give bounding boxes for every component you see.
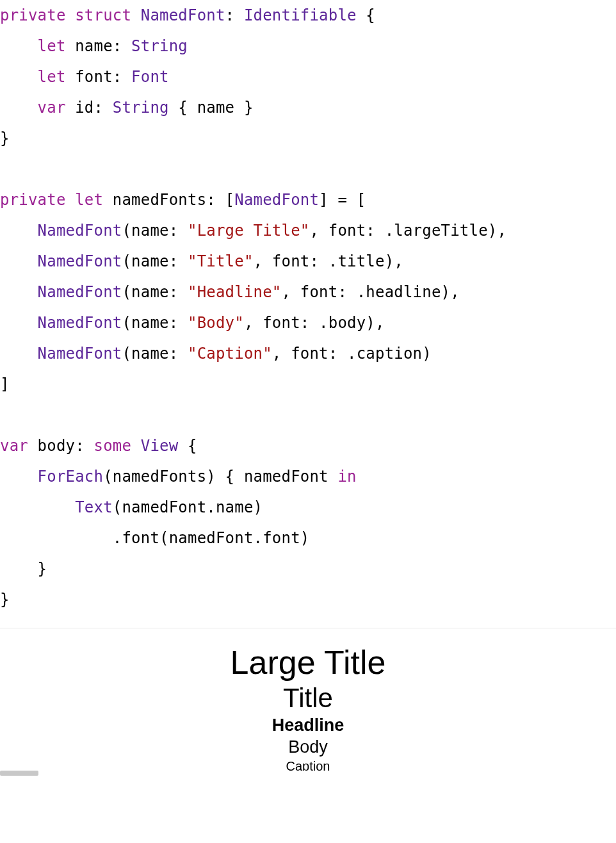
computed-body: { name } bbox=[169, 99, 254, 117]
modifier: .font(namedFont.font) bbox=[0, 529, 309, 547]
prop-name: name: bbox=[66, 37, 132, 55]
args: , font: .largeTitle), bbox=[309, 222, 507, 240]
args: , font: .caption) bbox=[272, 345, 432, 363]
args: , font: .title), bbox=[254, 252, 403, 270]
indent bbox=[0, 498, 75, 516]
paren: (name: bbox=[122, 345, 188, 363]
paren: (name: bbox=[122, 252, 188, 270]
indent bbox=[0, 252, 38, 270]
kw-let: let bbox=[75, 191, 103, 209]
kw-some: some bbox=[94, 437, 132, 455]
indent bbox=[0, 37, 38, 55]
type-namedfont: NamedFont bbox=[38, 252, 122, 270]
prop-id: id: bbox=[66, 99, 113, 117]
type-namedfont: NamedFont bbox=[38, 222, 122, 240]
indent bbox=[0, 222, 38, 240]
string-literal: "Large Title" bbox=[188, 222, 309, 240]
args: , font: .headline), bbox=[282, 283, 460, 301]
prop-font: font: bbox=[66, 68, 132, 86]
kw-let: let bbox=[38, 37, 66, 55]
kw-private: private bbox=[0, 6, 66, 24]
preview-headline: Headline bbox=[0, 714, 616, 737]
preview-large-title: Large Title bbox=[0, 644, 616, 682]
code-block: private struct NamedFont: Identifiable {… bbox=[0, 0, 616, 628]
paren: (name: bbox=[122, 222, 188, 240]
indent bbox=[0, 468, 38, 486]
preview-pane: Large Title Title Headline Body Caption bbox=[0, 628, 616, 774]
indent bbox=[0, 345, 38, 363]
args: (namedFonts) { namedFont bbox=[103, 468, 337, 486]
indent bbox=[0, 314, 38, 332]
var-namedfonts: namedFonts: [ bbox=[103, 191, 234, 209]
kw-in: in bbox=[337, 468, 356, 486]
type-namedfont: NamedFont bbox=[38, 283, 122, 301]
indent bbox=[0, 68, 38, 86]
kw-let: let bbox=[38, 68, 66, 86]
type-namedfont: NamedFont bbox=[38, 345, 122, 363]
type-string: String bbox=[131, 37, 188, 55]
type-namedfont: NamedFont bbox=[38, 314, 122, 332]
brace: { bbox=[178, 437, 197, 455]
horizontal-scrollbar[interactable] bbox=[0, 771, 616, 776]
array-open: ] = [ bbox=[319, 191, 366, 209]
string-literal: "Caption" bbox=[188, 345, 272, 363]
preview-body: Body bbox=[0, 737, 616, 758]
type-foreach: ForEach bbox=[38, 468, 104, 486]
brace: { bbox=[357, 6, 375, 24]
type-identifiable: Identifiable bbox=[244, 6, 357, 24]
close-brace: } bbox=[0, 591, 10, 609]
kw-private: private bbox=[0, 191, 66, 209]
close-brace: } bbox=[0, 560, 47, 578]
kw-struct: struct bbox=[75, 6, 131, 24]
type-text: Text bbox=[75, 498, 113, 516]
colon: : bbox=[225, 6, 235, 24]
paren: (name: bbox=[122, 314, 188, 332]
type-font: Font bbox=[131, 68, 169, 86]
array-close: ] bbox=[0, 375, 10, 393]
indent bbox=[0, 283, 38, 301]
type-string: String bbox=[113, 99, 169, 117]
type-namedfont: NamedFont bbox=[234, 191, 319, 209]
kw-var: var bbox=[0, 437, 28, 455]
string-literal: "Headline" bbox=[188, 283, 282, 301]
kw-var: var bbox=[38, 99, 66, 117]
type-view: View bbox=[141, 437, 179, 455]
type-namedfont: NamedFont bbox=[141, 6, 225, 24]
indent bbox=[0, 99, 38, 117]
paren: (name: bbox=[122, 283, 188, 301]
args: , font: .body), bbox=[244, 314, 385, 332]
preview-title: Title bbox=[0, 682, 616, 714]
prop-body: body: bbox=[28, 437, 94, 455]
string-literal: "Body" bbox=[188, 314, 244, 332]
args: (namedFont.name) bbox=[113, 498, 263, 516]
close-brace: } bbox=[0, 129, 10, 147]
string-literal: "Title" bbox=[188, 252, 254, 270]
scrollbar-thumb[interactable] bbox=[0, 771, 38, 776]
